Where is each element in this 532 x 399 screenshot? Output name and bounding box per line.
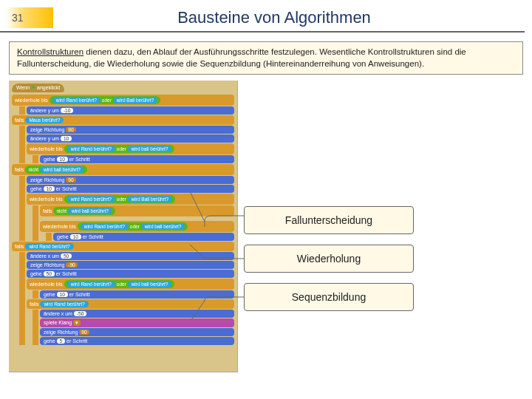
- content-area: Wenn ⚑ angeklickt wiederhole bis wird Ra…: [0, 81, 532, 372]
- intro-keyword: Kontrollstrukturen: [17, 47, 83, 56]
- callout-label: Sequenzbildung: [292, 291, 366, 303]
- repeat-until-block: wiederhole bis wird Rand berührt? oder w…: [12, 95, 234, 106]
- intro-text-box: Kontrollstrukturen dienen dazu, den Abla…: [9, 41, 523, 75]
- if-block: falls wird Rand berührt?: [12, 242, 234, 251]
- page-number: 31: [12, 12, 24, 24]
- callout-label: Fallunterscheidung: [285, 214, 372, 226]
- if-block: falls Maus berührt?: [12, 115, 234, 125]
- callout-sequenzbildung: Sequenzbildung: [244, 283, 414, 311]
- intro-rest: dienen dazu, den Ablauf der Ausführungss…: [17, 47, 466, 68]
- scratch-code-panel: Wenn ⚑ angeklickt wiederhole bis wird Ra…: [9, 81, 238, 372]
- callout-tail-icon: [205, 214, 245, 227]
- callout-wiederholung: Wiederholung: [244, 245, 414, 273]
- page-title: Bausteine von Algorithmen: [53, 8, 525, 27]
- slide-header: 31 Bausteine von Algorithmen: [0, 4, 525, 33]
- hat-block: Wenn ⚑ angeklickt: [12, 83, 64, 92]
- callout-label: Wiederholung: [297, 253, 361, 265]
- callout-fallunterscheidung: Fallunterscheidung: [244, 206, 414, 234]
- callout-tail-icon: [205, 290, 245, 304]
- callout-tail-icon: [205, 252, 245, 265]
- motion-block: ändere y um -10: [27, 106, 234, 115]
- sound-block: spiele Klang ▾: [40, 318, 234, 327]
- if-block: falls nicht wird ball berührt?: [12, 164, 234, 175]
- page-number-badge: 31: [6, 7, 53, 28]
